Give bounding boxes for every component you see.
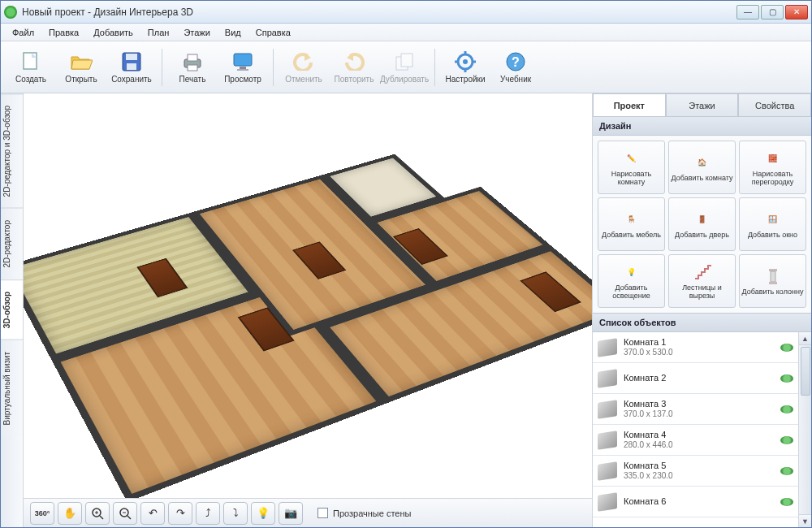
rotate-left-button[interactable]: ↶ xyxy=(140,502,165,525)
folder-open-icon xyxy=(69,50,93,73)
list-item[interactable]: Комната 3370.0 x 137.0 xyxy=(593,394,798,425)
open-label: Открыть xyxy=(65,75,97,84)
menu-view[interactable]: Вид xyxy=(218,26,248,39)
svg-rect-8 xyxy=(234,54,252,66)
zoom-out-button[interactable] xyxy=(113,502,137,525)
snapshot-button[interactable]: 📷 xyxy=(279,502,303,525)
undo-button[interactable]: Отменить xyxy=(280,44,327,91)
print-button[interactable]: Печать xyxy=(169,44,216,91)
room-icon xyxy=(598,369,617,387)
duplicate-label: Дублировать xyxy=(380,75,429,84)
stairs-button[interactable]: Лестницы и вырезы xyxy=(668,254,736,308)
rotate-right-button[interactable]: ↷ xyxy=(168,502,192,525)
room-icon xyxy=(598,431,617,449)
left-tabs: 2D-редактор и 3D-обзор 2D-редактор 3D-об… xyxy=(1,93,24,527)
tilt-up-button[interactable]: ⤴ xyxy=(196,502,220,525)
svg-line-24 xyxy=(100,516,103,519)
visibility-icon[interactable] xyxy=(780,374,793,383)
redo-button[interactable]: Повторить xyxy=(330,44,378,91)
monitor-icon xyxy=(231,50,255,73)
redo-icon xyxy=(342,50,366,73)
draw-room-button[interactable]: ✏️Нарисовать комнату xyxy=(598,141,665,194)
svg-rect-4 xyxy=(127,63,136,70)
add-window-button[interactable]: 🪟Добавить окно xyxy=(739,197,806,251)
new-file-icon xyxy=(19,50,43,73)
maximize-button[interactable]: ▢ xyxy=(761,5,784,19)
toolbar-separator xyxy=(162,49,162,86)
tilt-down-button[interactable]: ⤵ xyxy=(223,502,248,525)
toolbar-separator xyxy=(273,49,274,86)
undo-label: Отменить xyxy=(285,75,322,84)
list-item[interactable]: Комната 6 xyxy=(593,487,798,517)
tab-3d[interactable]: 3D-обзор xyxy=(1,279,23,340)
menu-plan[interactable]: План xyxy=(141,26,176,39)
list-item[interactable]: Комната 1370.0 x 530.0 xyxy=(593,332,798,363)
tab-properties[interactable]: Свойства xyxy=(738,93,811,116)
menu-help[interactable]: Справка xyxy=(249,26,297,39)
pan-button[interactable]: ✋ xyxy=(58,502,82,525)
scrollbar[interactable]: ▲ ▼ xyxy=(798,332,811,527)
menu-edit[interactable]: Правка xyxy=(42,26,85,39)
viewport: 360° ✋ ↶ ↷ ⤴ ⤵ 💡 📷 Прозрачные стены xyxy=(24,93,592,527)
visibility-icon[interactable] xyxy=(780,498,793,506)
close-button[interactable]: ✕ xyxy=(785,5,808,19)
menu-floors[interactable]: Этажи xyxy=(177,26,216,39)
svg-marker-11 xyxy=(304,53,311,61)
floppy-disk-icon xyxy=(119,50,144,73)
room-icon xyxy=(598,461,617,480)
transparent-walls-label: Прозрачные стены xyxy=(333,509,411,518)
door-icon: 🚪 xyxy=(692,210,713,229)
add-room-button[interactable]: 🏠Добавить комнату xyxy=(668,141,736,194)
new-label: Создать xyxy=(15,75,46,84)
visibility-icon[interactable] xyxy=(780,405,793,413)
svg-text:?: ? xyxy=(512,55,520,69)
scroll-thumb[interactable] xyxy=(801,347,810,396)
3d-canvas[interactable] xyxy=(24,93,592,498)
svg-rect-9 xyxy=(240,67,246,69)
zoom-in-button[interactable] xyxy=(85,502,110,525)
transparent-walls-toggle[interactable]: Прозрачные стены xyxy=(317,508,411,518)
menu-add[interactable]: Добавить xyxy=(87,26,140,39)
tab-2d[interactable]: 2D-редактор xyxy=(1,208,23,279)
list-item[interactable]: Комната 2 xyxy=(593,363,798,394)
lighting-button[interactable]: 💡 xyxy=(251,502,275,525)
add-furniture-button[interactable]: 🪑Добавить мебель xyxy=(598,197,665,251)
design-header: Дизайн xyxy=(593,116,811,136)
scroll-down-button[interactable]: ▼ xyxy=(799,514,811,527)
room-icon xyxy=(598,400,617,418)
settings-button[interactable]: Настройки xyxy=(442,44,489,91)
column-icon xyxy=(762,266,784,286)
save-button[interactable]: Сохранить xyxy=(108,44,155,91)
visibility-icon[interactable] xyxy=(780,467,793,475)
right-panel: Проект Этажи Свойства Дизайн ✏️Нарисоват… xyxy=(592,93,811,527)
menu-file[interactable]: Файл xyxy=(6,26,41,39)
svg-point-16 xyxy=(463,59,468,64)
tutorial-button[interactable]: ? Учебник xyxy=(492,44,539,91)
preview-button[interactable]: Просмотр xyxy=(219,44,266,91)
duplicate-button[interactable]: Дублировать xyxy=(381,44,428,91)
visibility-icon[interactable] xyxy=(780,344,793,352)
tab-2d3d[interactable]: 2D-редактор и 3D-обзор xyxy=(1,93,23,208)
add-lighting-button[interactable]: 💡Добавить освещение xyxy=(598,254,665,308)
app-icon xyxy=(4,6,17,19)
list-item[interactable]: Комната 5335.0 x 230.0 xyxy=(593,456,798,487)
tutorial-label: Учебник xyxy=(500,75,531,84)
printer-icon xyxy=(180,50,205,73)
scroll-up-button[interactable]: ▲ xyxy=(799,332,811,345)
view-toolbar: 360° ✋ ↶ ↷ ⤴ ⤵ 💡 📷 Прозрачные стены xyxy=(24,498,592,527)
draw-partition-button[interactable]: 🧱Нарисовать перегородку xyxy=(739,141,806,194)
add-column-button[interactable]: Добавить колонну xyxy=(739,254,806,308)
minimize-button[interactable]: — xyxy=(736,5,759,19)
view-360-button[interactable]: 360° xyxy=(30,502,54,525)
visibility-icon[interactable] xyxy=(780,436,793,444)
settings-label: Настройки xyxy=(445,75,485,84)
tab-virtual[interactable]: Виртуальный визит xyxy=(1,340,23,437)
new-button[interactable]: Создать xyxy=(7,44,54,91)
tab-floors[interactable]: Этажи xyxy=(666,93,739,116)
open-button[interactable]: Открыть xyxy=(58,44,105,91)
tab-project[interactable]: Проект xyxy=(593,93,666,116)
svg-rect-32 xyxy=(769,282,777,284)
redo-label: Повторить xyxy=(335,75,374,84)
list-item[interactable]: Комната 4280.0 x 446.0 xyxy=(593,425,798,456)
add-door-button[interactable]: 🚪Добавить дверь xyxy=(668,197,736,251)
